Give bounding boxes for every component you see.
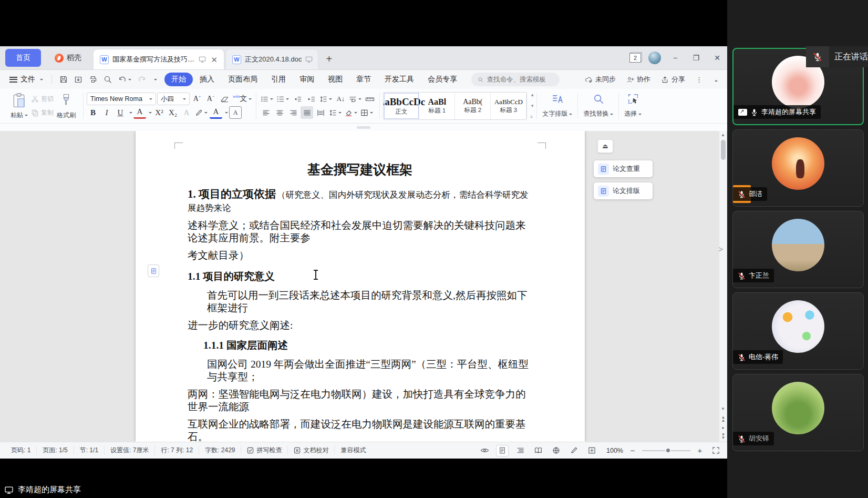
decrease-indent-button[interactable] xyxy=(291,93,304,105)
ribbon-menu-item[interactable]: 引用 xyxy=(264,73,293,86)
select-browse-object-icon[interactable]: ● xyxy=(722,425,725,430)
text-layout-button[interactable]: 文字排版 xyxy=(538,91,576,120)
read-view-button[interactable] xyxy=(532,445,544,456)
highlight-color-button[interactable] xyxy=(194,106,209,119)
scroll-up-icon[interactable]: ▲ xyxy=(530,93,534,97)
document-tab[interactable]: W 正文2020.4.18.doc xyxy=(225,49,318,69)
font-color-button[interactable]: A xyxy=(210,106,222,119)
close-window-button[interactable]: ✕ xyxy=(710,54,724,62)
window-count-badge[interactable]: 2 xyxy=(629,53,641,63)
align-left-button[interactable] xyxy=(260,106,272,119)
user-avatar[interactable] xyxy=(648,52,661,64)
clear-format-button[interactable] xyxy=(218,93,231,105)
more-options-button[interactable]: ⋮ xyxy=(691,76,707,84)
print-preview-button[interactable] xyxy=(100,75,115,84)
gallery-more-icon[interactable]: ≡ xyxy=(530,115,534,119)
next-page-icon[interactable]: ▼▼ xyxy=(721,433,725,440)
participant-tile[interactable]: 邵洁 xyxy=(732,129,864,207)
numbered-list-button[interactable] xyxy=(275,93,290,105)
vertical-scrollbar[interactable]: ▲ ▼ ▲▲ ● ▼▼ xyxy=(719,131,727,442)
document-page[interactable]: 基金撰写建议框架 1. 项目的立项依据（研究意义、国内外研究现状及发展动态分析，… xyxy=(136,131,585,442)
character-scale-button[interactable] xyxy=(318,93,333,105)
status-item[interactable]: 行: 7 列: 12 xyxy=(155,446,199,455)
ribbon-menu-item[interactable]: 开发工具 xyxy=(378,73,421,86)
scroll-up-icon[interactable]: ▲ xyxy=(721,131,725,139)
justify-button[interactable] xyxy=(301,106,313,119)
minimize-button[interactable]: − xyxy=(668,54,682,62)
edit-mode-button[interactable] xyxy=(567,445,580,456)
collapse-ribbon-button[interactable] xyxy=(709,78,722,81)
new-tab-button[interactable]: + xyxy=(319,53,338,65)
maximize-button[interactable]: ❐ xyxy=(689,54,703,62)
strikethrough-button[interactable]: A xyxy=(133,106,146,119)
align-center-button[interactable] xyxy=(273,106,286,119)
select-button[interactable]: 选择 xyxy=(620,91,646,120)
paste-button[interactable]: 粘贴 xyxy=(7,92,31,121)
status-item[interactable]: 页码: 1 xyxy=(5,446,37,455)
borders-button[interactable] xyxy=(359,106,374,119)
style-item[interactable]: AaBl 标题 1 xyxy=(419,93,455,119)
line-spacing-button[interactable] xyxy=(328,106,343,119)
document-tab[interactable]: W 国家基金撰写方法及技巧-李靖超 ✕ xyxy=(93,49,224,69)
bullet-list-button[interactable] xyxy=(260,93,274,105)
side-panel-collapse-button[interactable]: ⏏ xyxy=(597,139,613,153)
fullscreen-button[interactable] xyxy=(709,445,722,456)
scrollbar-thumb[interactable] xyxy=(721,140,726,160)
ribbon-menu-item[interactable]: 审阅 xyxy=(293,73,321,86)
find-replace-button[interactable]: 查找替换 xyxy=(579,91,617,120)
decrease-font-button[interactable]: A− xyxy=(204,93,217,105)
bold-button[interactable]: B xyxy=(87,106,99,119)
collaborate-button[interactable]: 协作 xyxy=(622,75,655,84)
sort-button[interactable]: A↓ xyxy=(334,93,347,105)
status-item[interactable]: 设置值: 7厘米 xyxy=(105,446,155,455)
fit-page-button[interactable] xyxy=(585,445,598,456)
ribbon-menu-item[interactable]: 视图 xyxy=(321,73,349,86)
paper-layout-button[interactable]: 论文排版 xyxy=(594,182,653,199)
style-item[interactable]: AaBbCcDc 正文 xyxy=(384,93,419,119)
document-proof-toggle[interactable]: 文档校对 xyxy=(288,446,335,455)
sync-status-button[interactable]: 未同步 xyxy=(581,75,620,84)
spell-check-toggle[interactable]: 拼写检查 xyxy=(241,446,288,455)
tab-store[interactable]: 稻壳 xyxy=(45,49,91,67)
zoom-slider-knob[interactable] xyxy=(665,448,671,453)
increase-font-button[interactable]: A+ xyxy=(191,93,203,105)
style-item[interactable]: AaBbCcD 标题 3 xyxy=(491,93,526,119)
participant-tile[interactable]: 电信-蒋伟 xyxy=(732,292,864,370)
copy-button[interactable]: 复制 xyxy=(31,106,54,120)
ribbon-menu-item[interactable]: 会员专享 xyxy=(421,73,464,86)
print-button[interactable] xyxy=(86,75,100,84)
tab-home[interactable]: 首页 xyxy=(5,49,41,67)
status-item[interactable]: 字数: 2429 xyxy=(199,446,241,455)
paper-check-button[interactable]: 论文查重 xyxy=(594,160,653,177)
wordart-button[interactable]: A xyxy=(180,106,193,119)
file-menu-button[interactable]: 文件 xyxy=(5,75,47,84)
distribute-button[interactable] xyxy=(314,106,327,119)
search-input[interactable] xyxy=(487,76,553,83)
close-tab-icon[interactable]: ✕ xyxy=(210,56,219,64)
share-button[interactable]: 分享 xyxy=(657,75,689,84)
outline-view-button[interactable] xyxy=(514,445,526,456)
superscript-button[interactable]: X² xyxy=(153,106,166,119)
font-name-select[interactable]: Times New Roma xyxy=(87,93,156,105)
ribbon-menu-item[interactable]: 章节 xyxy=(349,73,378,86)
align-right-button[interactable] xyxy=(287,106,299,119)
ribbon-menu-item[interactable]: 插入 xyxy=(193,73,221,86)
export-button[interactable] xyxy=(71,75,86,84)
page-view-button[interactable] xyxy=(496,445,509,456)
zoom-out-button[interactable]: − xyxy=(628,446,637,455)
redo-button[interactable] xyxy=(135,75,149,84)
zoom-slider[interactable] xyxy=(642,450,690,451)
status-item[interactable]: 页面: 1/5 xyxy=(37,446,74,455)
ribbon-menu-item[interactable]: 开始 xyxy=(164,73,193,86)
page-nav-widget[interactable] xyxy=(148,265,159,277)
subscript-button[interactable]: X₂ xyxy=(167,106,179,119)
panel-collapse-chevron[interactable]: > xyxy=(716,238,726,260)
scroll-down-icon[interactable]: ▼ xyxy=(721,405,725,413)
ribbon-menu-item[interactable]: 页面布局 xyxy=(221,73,264,86)
mic-muted-icon[interactable] xyxy=(806,46,829,67)
participant-tile[interactable]: 卞正兰 xyxy=(732,211,864,288)
command-search[interactable] xyxy=(471,73,560,86)
previous-page-icon[interactable]: ▲▲ xyxy=(721,416,725,422)
italic-button[interactable]: I xyxy=(100,106,113,119)
ruler-button[interactable] xyxy=(364,93,376,105)
